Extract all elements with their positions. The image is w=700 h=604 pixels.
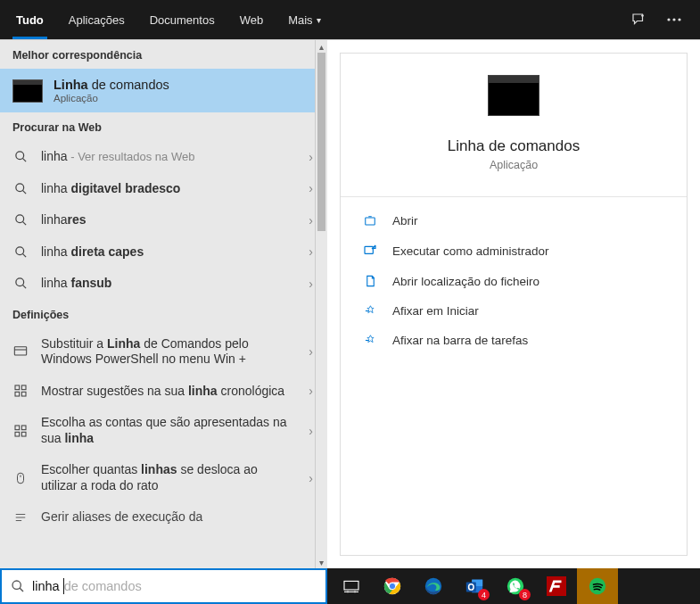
svg-line-7: [22, 190, 26, 194]
tab-documents[interactable]: Documentos: [137, 0, 227, 39]
best-match-item[interactable]: Linha de comandos Aplicação: [0, 69, 327, 112]
mouse-icon: [12, 470, 29, 486]
settings-header: Definições: [0, 300, 327, 328]
web-result[interactable]: linhares ›: [0, 204, 327, 236]
svg-point-0: [642, 15, 644, 17]
chevron-right-icon: ›: [307, 424, 315, 438]
svg-rect-16: [15, 385, 20, 390]
web-search-header: Procurar na Web: [0, 112, 327, 141]
web-result[interactable]: linha digitavel bradesco ›: [0, 173, 327, 205]
badge: 4: [478, 589, 490, 600]
svg-rect-14: [14, 347, 26, 355]
svg-point-12: [15, 278, 23, 286]
detail-pane: Linha de comandos Aplicação Abrir Execut…: [327, 40, 700, 568]
svg-rect-18: [15, 393, 20, 397]
tab-apps[interactable]: Aplicações: [56, 0, 137, 39]
scroll-up-icon[interactable]: ▴: [316, 40, 327, 53]
settings-result[interactable]: Escolher quantas linhas se desloca ao ut…: [0, 454, 327, 501]
svg-line-34: [20, 588, 23, 592]
svg-line-9: [22, 222, 26, 226]
pin-icon: [362, 304, 378, 318]
open-icon: [362, 215, 378, 228]
badge: 8: [519, 589, 531, 600]
accounts-icon: [12, 424, 29, 438]
chevron-right-icon: ›: [307, 244, 315, 259]
action-pin-start[interactable]: Afixar em Iniciar: [341, 296, 687, 326]
best-match-title: Linha de comandos: [54, 78, 169, 92]
detail-subtitle: Aplicação: [490, 159, 538, 171]
taskbar-filezilla[interactable]: [536, 568, 577, 604]
svg-point-3: [678, 18, 680, 21]
svg-line-5: [22, 159, 26, 162]
action-label: Afixar na barra de tarefas: [392, 334, 528, 347]
taskbar-chrome[interactable]: [372, 568, 413, 604]
action-open[interactable]: Abrir: [341, 206, 687, 236]
chevron-right-icon: ›: [307, 344, 315, 359]
settings-result[interactable]: Mostrar sugestões na sua linha cronológi…: [0, 376, 327, 408]
folder-icon: [362, 274, 378, 288]
task-view-button[interactable]: [331, 568, 372, 604]
action-run-admin[interactable]: Executar como administrador: [341, 236, 687, 266]
action-label: Abrir: [392, 214, 418, 228]
cmd-icon: [12, 79, 43, 103]
search-icon: [12, 245, 29, 259]
taskbar: 4 8: [327, 568, 700, 604]
cmd-icon: [488, 75, 539, 116]
svg-rect-21: [21, 426, 26, 430]
timeline-icon: [12, 384, 29, 398]
action-pin-taskbar[interactable]: Afixar na barra de tarefas: [341, 326, 687, 355]
search-icon: [12, 150, 29, 163]
svg-line-11: [22, 253, 26, 257]
chevron-down-icon: ▾: [317, 15, 321, 25]
pin-icon: [362, 334, 378, 347]
action-open-location[interactable]: Abrir localização do ficheiro: [341, 266, 687, 296]
scrollbar[interactable]: ▴ ▾: [315, 40, 327, 568]
tab-more[interactable]: Mais▾: [276, 0, 333, 39]
alias-icon: [12, 511, 29, 524]
svg-point-10: [15, 247, 23, 255]
chevron-right-icon: ›: [307, 471, 315, 485]
settings-icon: [12, 344, 29, 359]
svg-rect-20: [15, 426, 20, 430]
tab-all[interactable]: Tudo: [4, 0, 56, 39]
svg-rect-29: [366, 217, 375, 224]
svg-rect-24: [18, 473, 24, 484]
svg-rect-23: [21, 432, 26, 436]
settings-result[interactable]: Escolha as contas que são apresentadas n…: [0, 407, 327, 454]
settings-result[interactable]: Substituir a Linha de Comandos pelo Wind…: [0, 328, 327, 376]
web-result[interactable]: linha fansub ›: [0, 268, 327, 300]
svg-rect-19: [21, 393, 26, 397]
svg-rect-22: [15, 432, 20, 436]
action-label: Afixar em Iniciar: [392, 304, 479, 318]
search-input[interactable]: linha de comandos: [32, 570, 317, 602]
web-result[interactable]: linha - Ver resultados na Web ›: [0, 141, 327, 173]
svg-point-8: [15, 215, 23, 223]
settings-result-text: Gerir aliases de execução da: [41, 509, 315, 525]
settings-result-text: Escolha as contas que são apresentadas n…: [41, 415, 294, 446]
action-label: Executar como administrador: [392, 244, 549, 258]
chevron-right-icon: ›: [307, 213, 315, 228]
web-result[interactable]: linha direta capes ›: [0, 236, 327, 269]
taskbar-outlook[interactable]: 4: [454, 568, 495, 604]
admin-icon: [362, 244, 378, 258]
svg-rect-30: [365, 246, 373, 253]
taskbar-spotify[interactable]: [577, 568, 618, 604]
taskbar-whatsapp[interactable]: 8: [495, 568, 536, 604]
scrollbar-thumb[interactable]: [317, 53, 325, 231]
taskbar-edge[interactable]: [413, 568, 454, 604]
search-icon: [12, 277, 29, 290]
svg-point-33: [12, 581, 21, 589]
feedback-icon[interactable]: [623, 4, 654, 35]
search-box[interactable]: linha de comandos: [0, 568, 327, 604]
svg-point-1: [667, 18, 670, 21]
settings-result-text: Escolher quantas linhas se desloca ao ut…: [41, 462, 294, 493]
chevron-right-icon: ›: [307, 181, 315, 195]
tab-web[interactable]: Web: [227, 0, 276, 39]
chevron-right-icon: ›: [307, 150, 315, 164]
search-icon: [12, 182, 29, 195]
divider: [341, 196, 687, 197]
scroll-down-icon[interactable]: ▾: [316, 556, 327, 568]
more-options-icon[interactable]: [659, 4, 689, 35]
settings-result[interactable]: Gerir aliases de execução da: [0, 501, 327, 534]
svg-point-6: [15, 184, 23, 192]
